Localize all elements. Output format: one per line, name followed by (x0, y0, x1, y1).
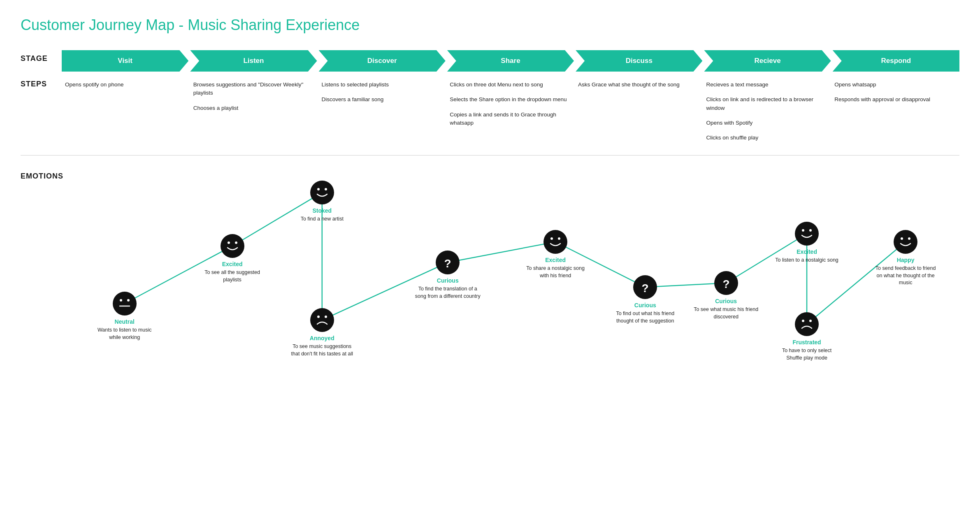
svg-point-5 (228, 241, 230, 244)
emotion-face-neutral (112, 291, 137, 316)
svg-point-27 (809, 320, 812, 322)
step-item: Responds with approval or disapproval (834, 95, 954, 104)
step-item: Selects the Share option in the dropdown… (450, 95, 570, 104)
svg-text:?: ? (642, 282, 649, 295)
svg-point-25 (795, 312, 819, 336)
emotion-label-curious3: Curious (715, 298, 737, 304)
step-item: Listens to selected playlists (321, 81, 441, 89)
svg-point-1 (120, 299, 122, 302)
emotion-label-happy: Happy (897, 257, 915, 263)
emotion-desc-excited2: To share a nostalgic song with his frien… (523, 265, 588, 279)
emotion-label-frustrated: Frustrated (792, 339, 821, 346)
stage-recieve: Recieve (704, 50, 831, 72)
step-item: Discovers a familiar song (321, 95, 441, 104)
emotions-chart: NeutralWants to listen to music while wo… (62, 168, 959, 382)
svg-point-0 (113, 292, 137, 316)
stage-share: Share (447, 50, 574, 72)
step-item: Opens with Spotify (706, 119, 827, 127)
steps-col-0: Opens spotify on phone (62, 76, 190, 147)
svg-text:?: ? (722, 278, 729, 290)
emotion-node-frustrated: FrustratedTo have to only select Shuffle… (774, 312, 840, 362)
emotion-face-excited2 (543, 230, 568, 254)
emotion-desc-excited3: To listen to a nostalgic song (775, 257, 838, 264)
steps-col-2: Listens to selected playlistsDiscovers a… (318, 76, 446, 147)
steps-col-3: Clicks on three dot Menu next to songSel… (446, 76, 575, 147)
steps-label: STEPS (21, 76, 62, 88)
stages-container: VisitListenDiscoverShareDiscussRecieveRe… (62, 50, 959, 72)
svg-point-2 (127, 299, 130, 302)
svg-point-22 (795, 222, 819, 246)
stage-listen: Listen (190, 50, 317, 72)
emotion-label-curious1: Curious (437, 277, 459, 284)
emotion-label-excited2: Excited (545, 257, 566, 263)
stage-discuss: Discuss (576, 50, 702, 72)
step-item: Opens whatsapp (834, 81, 954, 89)
page-title: Customer Journey Map - Music Sharing Exp… (21, 16, 959, 34)
svg-point-12 (325, 316, 327, 318)
steps-col-6: Opens whatsappResponds with approval or … (831, 76, 959, 147)
section-divider (21, 155, 959, 155)
emotion-label-excited1: Excited (222, 261, 243, 267)
emotion-desc-stoked: To find a new artist (301, 216, 344, 223)
svg-point-4 (221, 234, 244, 258)
svg-point-29 (901, 237, 903, 240)
steps-col-1: Browses suggestions and "Discover Weekly… (190, 76, 318, 147)
steps-section: STEPS Opens spotify on phoneBrowses sugg… (21, 76, 959, 147)
emotion-face-curious1: ? (435, 250, 460, 275)
step-item: Browses suggestions and "Discover Weekly… (193, 81, 314, 97)
emotion-desc-annoyed: To see music suggestions that don't fit … (289, 343, 355, 357)
step-item: Opens spotify on phone (65, 81, 185, 89)
emotion-face-excited3 (794, 221, 819, 246)
svg-point-6 (235, 241, 237, 244)
svg-point-30 (908, 237, 910, 240)
step-item: Recieves a text message (706, 81, 827, 89)
emotion-label-neutral: Neutral (115, 318, 135, 325)
stage-label: STAGE (21, 50, 62, 63)
emotion-face-happy (893, 230, 918, 254)
emotion-desc-excited1: To see all the suggested playlists (200, 269, 265, 283)
emotion-desc-curious1: To find the translation of a song from a… (415, 285, 481, 300)
emotion-node-annoyed: AnnoyedTo see music suggestions that don… (289, 308, 355, 357)
svg-point-10 (310, 308, 334, 332)
svg-point-26 (802, 320, 804, 322)
svg-point-23 (802, 229, 804, 232)
emotion-node-curious1: ? CuriousTo find the translation of a so… (415, 250, 481, 300)
stage-respond: Respond (833, 50, 959, 72)
emotion-face-curious3: ? (714, 271, 738, 295)
emotion-face-curious2: ? (633, 275, 657, 299)
emotion-face-stoked (310, 180, 334, 205)
svg-point-17 (558, 237, 560, 240)
emotion-label-excited3: Excited (797, 248, 817, 255)
emotions-section: EMOTIONS NeutralWants to listen to music… (21, 168, 959, 382)
emotion-node-excited2: ExcitedTo share a nostalgic song with hi… (523, 230, 588, 279)
step-item: Clicks on three dot Menu next to song (450, 81, 570, 89)
emotions-label: EMOTIONS (21, 168, 62, 181)
svg-point-9 (325, 188, 327, 190)
emotion-node-neutral: NeutralWants to listen to music while wo… (92, 291, 158, 341)
emotion-face-annoyed (310, 308, 334, 332)
step-item: Asks Grace what she thought of the song (578, 81, 698, 89)
emotion-node-curious2: ? CuriousTo find out what his friend tho… (612, 275, 678, 325)
svg-point-7 (310, 181, 334, 204)
svg-point-16 (550, 237, 553, 240)
svg-point-28 (894, 230, 917, 254)
steps-columns: Opens spotify on phoneBrowses suggestion… (62, 76, 959, 147)
svg-point-24 (809, 229, 812, 232)
step-item: Clicks on link and is redirected to a br… (706, 95, 827, 112)
emotion-desc-frustrated: To have to only select Shuffle play mode (774, 347, 840, 362)
stage-visit: Visit (62, 50, 188, 72)
emotion-node-curious3: ? CuriousTo see what music his friend di… (693, 271, 759, 320)
stage-section: STAGE VisitListenDiscoverShareDiscussRec… (21, 50, 959, 72)
stage-discover: Discover (319, 50, 446, 72)
emotion-node-stoked: StokedTo find a new artist (289, 180, 355, 223)
svg-point-8 (317, 188, 320, 190)
steps-col-4: Asks Grace what she thought of the song (575, 76, 703, 147)
steps-col-5: Recieves a text messageClicks on link an… (703, 76, 831, 147)
emotion-desc-curious2: To find out what his friend thought of t… (612, 310, 678, 325)
emotion-desc-happy: To send feedback to friend on what he th… (873, 265, 938, 287)
step-item: Clicks on shuffle play (706, 134, 827, 142)
svg-point-15 (543, 230, 567, 254)
svg-point-11 (317, 316, 320, 318)
emotion-label-stoked: Stoked (312, 207, 332, 214)
svg-text:?: ? (444, 257, 451, 270)
